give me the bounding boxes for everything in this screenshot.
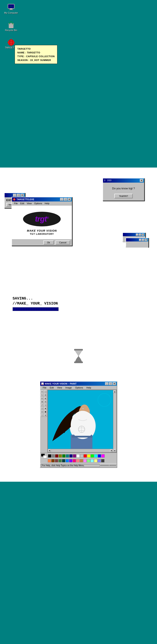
swatch-blue[interactable] <box>98 454 101 458</box>
tool-ellipse[interactable]: ○ <box>40 414 44 417</box>
swatch-tan[interactable] <box>80 459 83 462</box>
paint-close-btn[interactable]: ✕ <box>112 382 116 385</box>
swatch-lightblue[interactable] <box>90 459 94 462</box>
tool-select[interactable]: ✂ <box>40 390 44 393</box>
swatch-purple[interactable] <box>73 454 76 458</box>
targetto-max-btn[interactable]: □ <box>64 198 67 201</box>
swatch-darkred[interactable] <box>55 454 58 458</box>
paint-menu-help[interactable]: Help <box>85 386 93 389</box>
vscroll-down[interactable]: ▼ <box>113 449 116 452</box>
dialog-qqq-btn[interactable]: Yeahhh!! <box>114 194 132 198</box>
targetto-title-icon <box>13 198 16 201</box>
sw2-min[interactable]: _ <box>139 239 142 241</box>
swatch-cyan[interactable] <box>94 454 98 458</box>
sw1-min[interactable]: _ <box>136 234 138 236</box>
tool-pencil[interactable]: ✏ <box>40 397 44 400</box>
tool-select2[interactable]: ⬚ <box>44 390 47 393</box>
swatch-pink[interactable] <box>83 459 87 462</box>
menu-edit[interactable]: Edit <box>19 202 26 205</box>
tool-poly-fill[interactable]: ⬢ <box>44 410 47 414</box>
tool-text2[interactable]: A <box>44 400 47 403</box>
tool-rect-fill[interactable]: ■ <box>44 407 47 410</box>
progress-block <box>25 308 28 311</box>
tool-ellipse-fill[interactable]: ● <box>44 414 47 417</box>
targetto-min-btn[interactable]: _ <box>60 198 64 201</box>
vscroll-up[interactable]: ▲ <box>113 390 116 393</box>
progress-block <box>33 308 36 311</box>
paint-canvas[interactable] <box>48 390 113 449</box>
targetto-ok-btn[interactable]: Ok <box>43 240 54 244</box>
paint-menu-view[interactable]: View <box>56 386 64 389</box>
swatch-teal[interactable] <box>66 454 69 458</box>
exit-close-btn[interactable]: ✕ <box>20 194 24 197</box>
dialog-close-btn[interactable]: ✕ <box>140 179 143 182</box>
tool-paint[interactable]: ◈ <box>44 397 47 400</box>
exit-titlebar: _ □ ✕ <box>4 193 25 197</box>
tool-line[interactable]: ╱ <box>40 404 44 407</box>
swatch-skyblue[interactable] <box>66 459 69 462</box>
paint-menu-image[interactable]: Image <box>64 386 74 389</box>
menu-view[interactable]: View <box>26 202 33 205</box>
sw2-max[interactable]: □ <box>142 239 144 241</box>
tool-eraser[interactable]: ↖ <box>40 394 44 397</box>
exit-max-btn[interactable]: □ <box>17 194 20 197</box>
swatch-gray[interactable] <box>52 454 55 458</box>
paint-min-btn[interactable]: _ <box>105 382 108 385</box>
targetto-cancel-btn[interactable]: Cancel <box>56 240 70 244</box>
hscroll-track[interactable] <box>51 449 110 452</box>
swatch-orange[interactable] <box>48 459 51 462</box>
swatch-rose[interactable] <box>73 459 76 462</box>
paint-hscrollbar[interactable]: ◄ ► <box>48 449 113 452</box>
menu-options[interactable]: Options <box>33 202 43 205</box>
menu-help[interactable]: Help <box>43 202 51 205</box>
paint-menubar: File Edit View Image Options Help <box>40 386 117 390</box>
swatch-green[interactable] <box>62 454 66 458</box>
swatch-periwinkle[interactable] <box>98 459 101 462</box>
sw1-close[interactable]: ✕ <box>142 234 144 236</box>
color-background[interactable] <box>43 455 47 458</box>
targetto-close-btn[interactable]: ✕ <box>68 198 71 201</box>
exit-min-btn[interactable]: _ <box>13 194 16 197</box>
my-computer-icon[interactable]: C:\ My Computer <box>4 3 18 14</box>
swatch-darkteal[interactable] <box>62 459 65 462</box>
swatch-mauve[interactable] <box>55 459 58 462</box>
swatch-magenta[interactable] <box>101 454 105 458</box>
tool-poly[interactable]: ⬡ <box>40 410 44 414</box>
swatch-brown[interactable] <box>51 459 55 462</box>
saving-section: SAVING... //MAKE_ YOUR_ VISION <box>0 272 157 335</box>
tool-curve[interactable]: ∿ <box>44 404 47 407</box>
progress-block <box>43 308 46 311</box>
swatch-peach[interactable] <box>76 459 80 462</box>
swatch-white[interactable] <box>76 454 80 458</box>
tool-fill[interactable]: ✲ <box>44 394 47 397</box>
tool-text1[interactable]: A <box>40 400 44 403</box>
swatch-black[interactable] <box>48 454 51 458</box>
swatch-yellow[interactable] <box>87 454 90 458</box>
swatch-sage[interactable] <box>58 459 62 462</box>
swatch-darkgray[interactable] <box>101 459 104 462</box>
hscroll-left[interactable]: ◄ <box>48 449 51 452</box>
color-row <box>41 453 116 459</box>
recycle-bin-icon[interactable]: Recycle Bin <box>4 21 18 32</box>
swatch-olive[interactable] <box>58 454 62 458</box>
swatch-lightyellow[interactable] <box>94 459 97 462</box>
paint-max-btn[interactable]: □ <box>109 382 112 385</box>
swatch-lime[interactable] <box>91 454 94 458</box>
targetto-menubar: File Edit View Options Help <box>12 202 72 206</box>
tooltip-season: SEASON : 19_HOT SUMMER <box>17 58 55 62</box>
swatch-limegreen[interactable] <box>87 459 90 462</box>
paint-menu-edit[interactable]: Edit <box>48 386 56 389</box>
tool-rect[interactable]: □ <box>40 407 44 410</box>
swatch-red[interactable] <box>84 454 87 458</box>
swatch-violet[interactable] <box>69 459 72 462</box>
menu-file[interactable]: File <box>13 202 19 205</box>
swatch-navy[interactable] <box>69 454 73 458</box>
sw1-max[interactable]: □ <box>139 234 141 236</box>
hscroll-right[interactable]: ► <box>110 449 113 452</box>
vscroll-track[interactable] <box>113 393 116 449</box>
swatch-silver[interactable] <box>80 454 83 458</box>
paint-menu-options[interactable]: Options <box>74 386 85 389</box>
paint-menu-file[interactable]: File <box>41 386 48 389</box>
paint-vscrollbar[interactable]: ▲ ▼ <box>113 390 116 452</box>
sw2-close[interactable]: ✕ <box>145 239 147 241</box>
